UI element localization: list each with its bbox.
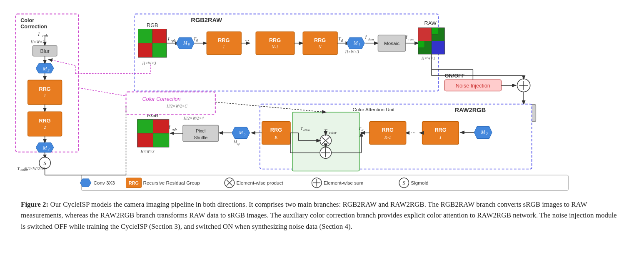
svg-rect-80 bbox=[418, 41, 425, 48]
svg-rect-158 bbox=[137, 120, 153, 133]
svg-text:rgb: rgb bbox=[172, 127, 177, 131]
svg-text:M: M bbox=[481, 130, 486, 135]
svg-text:dem: dem bbox=[368, 37, 374, 41]
svg-text:Sigmoid: Sigmoid bbox=[411, 180, 428, 185]
svg-text:Pixel: Pixel bbox=[196, 128, 205, 133]
svg-text:Blur: Blur bbox=[40, 48, 50, 54]
svg-rect-78 bbox=[432, 41, 444, 54]
svg-text:RRG: RRG bbox=[434, 127, 446, 133]
svg-text:H×W×1: H×W×1 bbox=[421, 56, 435, 60]
svg-text:rgb: rgb bbox=[42, 33, 48, 38]
svg-text:Conv 3X3: Conv 3X3 bbox=[94, 180, 115, 185]
svg-text:H×W×3: H×W×3 bbox=[140, 149, 155, 154]
svg-text:RRG: RRG bbox=[270, 127, 282, 133]
svg-text:H×W×3: H×W×3 bbox=[142, 61, 156, 65]
svg-text:ON/OFF: ON/OFF bbox=[445, 73, 465, 79]
svg-text:Mosaic: Mosaic bbox=[384, 40, 399, 46]
svg-rect-159 bbox=[153, 133, 169, 147]
svg-text:H×W×3: H×W×3 bbox=[30, 40, 45, 44]
svg-text:S: S bbox=[403, 180, 406, 186]
svg-text:RAW2RGB: RAW2RGB bbox=[455, 107, 486, 113]
main-container: Color Correction I rgb H×W×3 Blur M 3 RR… bbox=[0, 0, 644, 240]
svg-text:Shuffle: Shuffle bbox=[194, 135, 207, 140]
svg-rect-35 bbox=[138, 29, 152, 43]
svg-text:RAW: RAW bbox=[424, 20, 437, 26]
svg-text:H×W×3: H×W×3 bbox=[345, 50, 359, 54]
svg-text:Color Correction: Color Correction bbox=[142, 96, 180, 102]
svg-text:RRG: RRG bbox=[382, 127, 394, 133]
svg-text:Recursive Residual Group: Recursive Residual Group bbox=[143, 180, 200, 185]
svg-rect-36 bbox=[152, 43, 167, 58]
svg-text:RRG: RRG bbox=[218, 38, 230, 43]
svg-text:Element-wise product: Element-wise product bbox=[236, 180, 283, 185]
svg-text:Correction: Correction bbox=[20, 24, 47, 30]
svg-text:RRG: RRG bbox=[129, 180, 139, 185]
svg-text:1: 1 bbox=[44, 93, 46, 98]
svg-text:···: ··· bbox=[245, 37, 249, 43]
svg-rect-79 bbox=[432, 28, 438, 35]
svg-text:H/2×W/2×C: H/2×W/2×C bbox=[25, 166, 45, 171]
svg-rect-19 bbox=[28, 112, 62, 136]
svg-text:S: S bbox=[44, 160, 47, 166]
svg-text:Element-wise sum: Element-wise sum bbox=[324, 180, 363, 185]
svg-text:RRG: RRG bbox=[39, 86, 51, 92]
svg-text:M: M bbox=[238, 130, 243, 135]
svg-text:N-1: N-1 bbox=[271, 44, 278, 49]
svg-text:0: 0 bbox=[196, 38, 198, 42]
svg-text:3: 3 bbox=[47, 68, 50, 72]
svg-text:K: K bbox=[274, 135, 278, 140]
diagram-area: Color Correction I rgb H×W×3 Blur M 3 RR… bbox=[8, 4, 636, 196]
svg-text:M: M bbox=[42, 66, 47, 72]
caption-text: Our CycleISP models the camera imaging p… bbox=[21, 200, 617, 230]
svg-text:RRG: RRG bbox=[269, 38, 281, 43]
svg-text:K-1: K-1 bbox=[384, 135, 391, 140]
svg-text:T: T bbox=[17, 166, 20, 171]
svg-text:I: I bbox=[37, 31, 40, 37]
svg-text:Color Attention Unit: Color Attention Unit bbox=[352, 107, 394, 112]
svg-text:0: 0 bbox=[188, 42, 190, 46]
svg-text:color: color bbox=[329, 130, 337, 135]
svg-text:d': d' bbox=[361, 128, 364, 132]
figure-caption: Figure 2: Our CycleISP models the camera… bbox=[8, 196, 636, 236]
svg-rect-164 bbox=[126, 92, 215, 115]
svg-text:M: M bbox=[42, 145, 47, 151]
svg-text:rgb: rgb bbox=[171, 38, 176, 42]
svg-text:4: 4 bbox=[47, 148, 50, 152]
svg-text:M: M bbox=[183, 40, 188, 46]
svg-text:T: T bbox=[300, 126, 303, 131]
svg-text:2: 2 bbox=[486, 132, 488, 136]
architecture-diagram: Color Correction I rgb H×W×3 Blur M 3 RR… bbox=[8, 4, 636, 196]
svg-text:raw: raw bbox=[408, 37, 414, 41]
svg-rect-15 bbox=[28, 80, 62, 104]
figure-label: Figure 2: bbox=[21, 200, 48, 208]
svg-text:Noise Injection: Noise Injection bbox=[456, 83, 490, 89]
svg-text:H/2×W/2×4: H/2×W/2×4 bbox=[183, 116, 204, 120]
svg-text:2: 2 bbox=[44, 125, 46, 130]
svg-text:1: 1 bbox=[223, 44, 225, 49]
svg-text:RRG: RRG bbox=[39, 118, 51, 124]
svg-text:up: up bbox=[237, 142, 240, 145]
svg-text:5: 5 bbox=[244, 132, 246, 136]
svg-text:RGB: RGB bbox=[147, 22, 158, 28]
svg-rect-77 bbox=[418, 28, 432, 41]
svg-text:M: M bbox=[353, 40, 358, 46]
svg-text:N: N bbox=[318, 44, 322, 49]
svg-text:H/2×W/2×C: H/2×W/2×C bbox=[166, 104, 187, 108]
svg-text:1: 1 bbox=[439, 135, 442, 140]
svg-marker-170 bbox=[80, 179, 91, 187]
svg-text:RRG: RRG bbox=[314, 38, 326, 43]
svg-text:atten: atten bbox=[303, 128, 310, 132]
svg-text:d: d bbox=[341, 38, 343, 42]
svg-text:RGB2RAW: RGB2RAW bbox=[191, 17, 222, 23]
svg-text:···: ··· bbox=[411, 129, 415, 135]
svg-text:Color: Color bbox=[20, 18, 34, 23]
svg-text:1: 1 bbox=[359, 42, 360, 46]
